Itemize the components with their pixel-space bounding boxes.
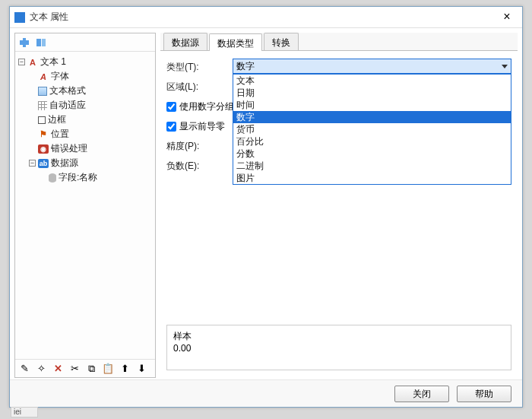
tree-label: 文本格式 — [49, 84, 86, 97]
tree-root[interactable]: −A文本 1 — [17, 55, 154, 69]
tree-item-textformat[interactable]: 文本格式 — [17, 84, 154, 98]
tool-icon-1[interactable] — [18, 37, 30, 49]
tree-root-label: 文本 1 — [40, 56, 66, 68]
option-picture[interactable]: 图片 — [233, 172, 511, 184]
font-icon: A — [38, 71, 49, 82]
tree-label: 字段:名称 — [59, 171, 97, 184]
bottom-toolbar: ✎ ✧ ✕ ✂ ⧉ 📋 ⬆ ⬇ — [15, 359, 155, 377]
option-currency[interactable]: 货币 — [233, 123, 511, 135]
dialog-body: −A文本 1 A字体 文本格式 自动适应 边框 ⚑位置 ◉错误处理 −ab数据源… — [10, 28, 522, 379]
option-fraction[interactable]: 分数 — [233, 148, 511, 160]
label-digit-group: 使用数字分组 — [179, 100, 234, 113]
wand-icon[interactable]: ✎ — [18, 363, 30, 375]
option-binary[interactable]: 二进制 — [233, 160, 511, 172]
expander-icon[interactable]: − — [18, 59, 25, 65]
chevron-down-icon — [502, 65, 508, 68]
checkbox-digit-group[interactable] — [166, 102, 176, 112]
flag-icon: ⚑ — [38, 129, 49, 140]
sample-box: 样本 0.00 — [166, 325, 511, 370]
paste-icon[interactable]: 📋 — [102, 363, 114, 375]
tree-item-error[interactable]: ◉错误处理 — [17, 141, 154, 156]
option-text[interactable]: 文本 — [233, 75, 511, 87]
sample-value: 0.00 — [173, 343, 505, 354]
checkbox-leading-zero[interactable] — [166, 122, 176, 132]
svg-rect-3 — [42, 39, 46, 46]
cut-icon[interactable]: ✂ — [68, 363, 81, 375]
svg-rect-1 — [23, 38, 26, 47]
option-date[interactable]: 日期 — [233, 87, 511, 99]
tree-item-border[interactable]: 边框 — [17, 113, 154, 127]
label-precision: 精度(P): — [166, 140, 227, 153]
error-icon: ◉ — [38, 144, 49, 154]
tool-icon-2[interactable] — [35, 37, 47, 49]
cylinder-icon — [49, 173, 56, 183]
copy-icon[interactable]: ⧉ — [85, 363, 97, 375]
tree-label: 边框 — [48, 113, 66, 126]
titlebar: 文本 属性 × — [10, 7, 522, 28]
label-type: 类型(T): — [166, 61, 227, 74]
down-icon[interactable]: ⬇ — [135, 363, 147, 375]
database-icon: ab — [38, 159, 49, 168]
tree-item-datasource[interactable]: −ab数据源 — [17, 156, 154, 170]
close-dialog-button[interactable]: 关闭 — [394, 386, 449, 402]
option-time[interactable]: 时间 — [233, 99, 511, 111]
help-button[interactable]: 帮助 — [457, 386, 511, 402]
square-icon — [38, 116, 46, 124]
doc-icon — [38, 87, 47, 96]
text-icon: A — [27, 57, 38, 68]
delete-icon[interactable]: ✕ — [52, 363, 64, 375]
expander-icon[interactable]: − — [29, 160, 36, 167]
dialog-window: 文本 属性 × −A文本 1 A字体 文本格式 自动适应 边框 ⚑位置 ◉错误处… — [9, 6, 523, 408]
tab-transform[interactable]: 转换 — [264, 33, 299, 50]
tree-label: 自动适应 — [49, 99, 86, 112]
dialog-footer: 关闭 帮助 — [10, 379, 522, 407]
left-toolbar — [15, 33, 155, 52]
status-fragment: iei — [11, 407, 38, 417]
tree-label: 错误处理 — [51, 142, 87, 155]
tree-label: 数据源 — [51, 157, 78, 170]
label-negative: 负数(E): — [166, 160, 227, 173]
right-panel: 数据源 数据类型 转换 类型(T): 区域(L): 使用数字分组 显示前导零 精… — [160, 33, 518, 378]
tree-item-position[interactable]: ⚑位置 — [17, 127, 154, 141]
tab-datatype[interactable]: 数据类型 — [209, 33, 262, 51]
tree-label: 字体 — [51, 70, 69, 83]
left-panel: −A文本 1 A字体 文本格式 自动适应 边框 ⚑位置 ◉错误处理 −ab数据源… — [14, 33, 156, 378]
window-title: 文本 属性 — [30, 11, 492, 24]
tab-bar: 数据源 数据类型 转换 — [160, 33, 518, 51]
tree-item-autofit[interactable]: 自动适应 — [17, 98, 154, 113]
label-leading-zero: 显示前导零 — [179, 120, 225, 133]
type-value: 数字 — [236, 60, 255, 73]
form-area: 类型(T): 区域(L): 使用数字分组 显示前导零 精度(P): 负数(E):… — [160, 51, 518, 378]
app-icon — [14, 12, 25, 23]
svg-rect-2 — [36, 39, 41, 46]
tree-item-field[interactable]: 字段:名称 — [17, 170, 154, 185]
type-dropdown[interactable]: 文本 日期 时间 数字 货币 百分比 分数 二进制 图片 — [233, 74, 511, 185]
tree-item-font[interactable]: A字体 — [17, 69, 154, 84]
grid-icon — [38, 101, 47, 110]
property-tree[interactable]: −A文本 1 A字体 文本格式 自动适应 边框 ⚑位置 ◉错误处理 −ab数据源… — [15, 52, 155, 359]
option-percent[interactable]: 百分比 — [233, 135, 511, 148]
tree-label: 位置 — [51, 128, 69, 141]
label-region: 区域(L): — [166, 81, 227, 94]
type-combobox[interactable]: 数字 — [233, 59, 511, 74]
option-number[interactable]: 数字 — [233, 111, 511, 123]
up-icon[interactable]: ⬆ — [119, 363, 131, 375]
tab-datasource[interactable]: 数据源 — [163, 33, 207, 50]
sample-label: 样本 — [173, 330, 505, 343]
close-button[interactable]: × — [492, 8, 522, 27]
sparkle-icon[interactable]: ✧ — [35, 363, 47, 375]
